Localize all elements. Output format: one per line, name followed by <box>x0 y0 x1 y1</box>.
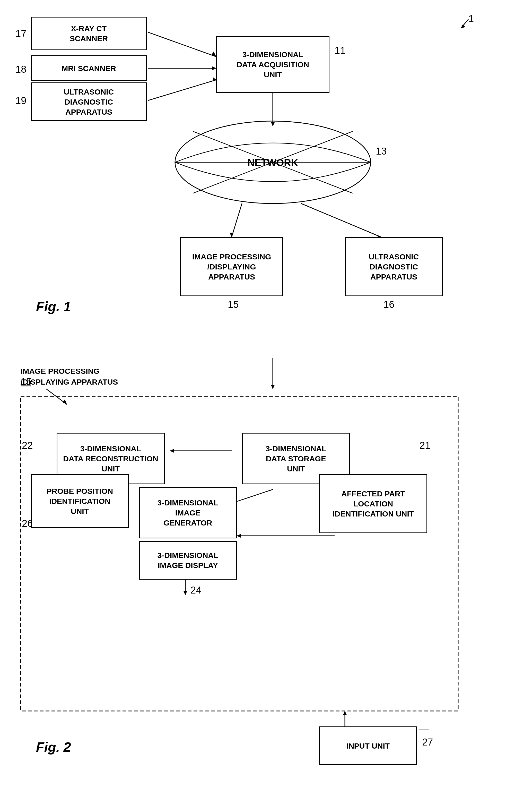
ref-11: 11 <box>334 45 345 56</box>
page: 1 NETWORK 13 <box>0 0 532 788</box>
image-gen-box: 3-DIMENSIONALIMAGEGENERATOR <box>139 487 237 538</box>
divider <box>10 348 520 348</box>
svg-point-10 <box>175 121 371 203</box>
ref-17: 17 <box>16 28 26 39</box>
svg-text:NETWORK: NETWORK <box>248 157 298 168</box>
svg-line-24 <box>46 389 67 405</box>
ref-18: 18 <box>16 64 26 75</box>
data-acquisition-box: 3-DIMENSIONALDATA ACQUISITIONUNIT <box>216 36 329 93</box>
svg-marker-7 <box>212 77 216 81</box>
svg-text:15: 15 <box>228 299 239 310</box>
svg-marker-27 <box>271 385 274 389</box>
svg-marker-45 <box>343 711 347 715</box>
svg-marker-38 <box>237 534 241 538</box>
svg-line-13 <box>193 131 353 193</box>
image-disp-box: 3-DIMENSIONALIMAGE DISPLAY <box>139 541 237 579</box>
svg-line-18 <box>301 203 381 237</box>
svg-text:21: 21 <box>420 440 430 451</box>
svg-marker-9 <box>271 122 274 126</box>
fig2-svg: 15 23 24 <box>0 355 532 788</box>
ref-27-dash: — <box>419 724 429 735</box>
svg-line-16 <box>232 203 242 237</box>
ref-1: 1 <box>468 14 474 24</box>
svg-text:24: 24 <box>190 585 201 595</box>
svg-text:22: 22 <box>22 440 33 451</box>
svg-line-0 <box>461 19 468 28</box>
svg-marker-42 <box>184 591 187 595</box>
ref-19: 19 <box>16 95 26 106</box>
input-unit-box: INPUT UNIT <box>319 726 417 765</box>
svg-line-12 <box>193 131 353 193</box>
ultrasonic-output-box: ULTRASONICDIAGNOSTICAPPARATUS <box>345 237 443 296</box>
fig2-label: Fig. 2 <box>36 739 71 755</box>
svg-marker-25 <box>63 399 67 405</box>
mri-scanner-box: MRI SCANNER <box>31 55 147 81</box>
svg-line-6 <box>148 80 216 100</box>
apparatus-label-fig2: IMAGE PROCESSING/DISPLAYING APPARATUS <box>21 366 118 388</box>
svg-line-2 <box>148 32 216 57</box>
affected-part-box: AFFECTED PARTLOCATIONIDENTIFICATION UNIT <box>319 474 427 533</box>
svg-marker-3 <box>211 52 216 57</box>
ref-27: 27 <box>422 737 433 748</box>
svg-marker-17 <box>230 233 234 237</box>
ultrasonic-input-box: ULTRASONICDIAGNOSTICAPPARATUS <box>31 82 147 121</box>
fig1-label: Fig. 1 <box>36 299 71 314</box>
svg-marker-5 <box>212 66 216 70</box>
image-proc-box: IMAGE PROCESSING/DISPLAYINGAPPARATUS <box>180 237 283 296</box>
probe-pos-box: PROBE POSITIONIDENTIFICATIONUNIT <box>31 474 129 528</box>
svg-marker-30 <box>170 449 174 453</box>
xray-scanner-box: X-RAY CTSCANNER <box>31 17 147 50</box>
svg-text:16: 16 <box>384 299 394 310</box>
svg-marker-1 <box>461 24 465 28</box>
svg-text:13: 13 <box>376 146 387 157</box>
